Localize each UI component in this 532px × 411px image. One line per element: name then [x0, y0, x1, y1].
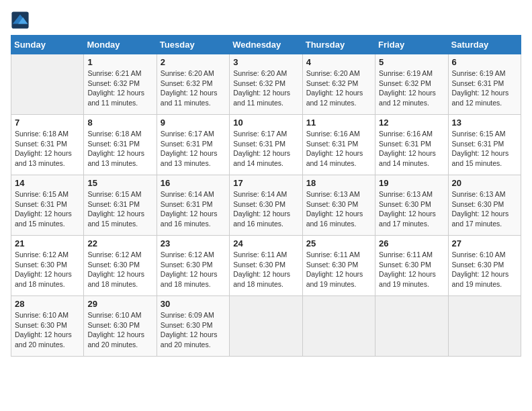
day-info: Sunrise: 6:13 AM Sunset: 6:30 PM Dayligh… [452, 189, 517, 229]
day-number: 11 [306, 118, 371, 128]
day-info: Sunrise: 6:14 AM Sunset: 6:31 PM Dayligh… [161, 189, 226, 229]
day-info: Sunrise: 6:18 AM Sunset: 6:31 PM Dayligh… [87, 129, 152, 169]
day-info: Sunrise: 6:11 AM Sunset: 6:30 PM Dayligh… [233, 250, 298, 289]
calendar-cell: 28Sunrise: 6:10 AM Sunset: 6:30 PM Dayli… [11, 296, 84, 357]
calendar-cell: 16Sunrise: 6:14 AM Sunset: 6:31 PM Dayli… [157, 175, 229, 236]
day-info: Sunrise: 6:15 AM Sunset: 6:31 PM Dayligh… [15, 189, 80, 229]
day-number: 17 [233, 178, 298, 188]
day-info: Sunrise: 6:13 AM Sunset: 6:30 PM Dayligh… [379, 189, 444, 229]
calendar-cell: 3Sunrise: 6:20 AM Sunset: 6:32 PM Daylig… [230, 54, 302, 115]
day-info: Sunrise: 6:12 AM Sunset: 6:30 PM Dayligh… [161, 250, 226, 289]
calendar-cell: 11Sunrise: 6:16 AM Sunset: 6:31 PM Dayli… [302, 115, 375, 175]
day-number: 22 [87, 238, 152, 248]
week-row-1: 1Sunrise: 6:21 AM Sunset: 6:32 PM Daylig… [11, 54, 521, 115]
column-header-sunday: Sunday [11, 36, 84, 54]
calendar-cell: 20Sunrise: 6:13 AM Sunset: 6:30 PM Dayli… [448, 175, 521, 236]
day-info: Sunrise: 6:18 AM Sunset: 6:31 PM Dayligh… [15, 129, 80, 169]
calendar-cell: 19Sunrise: 6:13 AM Sunset: 6:30 PM Dayli… [375, 175, 448, 236]
calendar-cell: 7Sunrise: 6:18 AM Sunset: 6:31 PM Daylig… [11, 115, 84, 175]
calendar-cell: 29Sunrise: 6:10 AM Sunset: 6:30 PM Dayli… [84, 296, 157, 357]
week-row-4: 21Sunrise: 6:12 AM Sunset: 6:30 PM Dayli… [11, 236, 521, 296]
day-number: 15 [87, 178, 152, 188]
day-info: Sunrise: 6:21 AM Sunset: 6:32 PM Dayligh… [87, 68, 152, 108]
calendar-cell [230, 296, 302, 357]
day-info: Sunrise: 6:11 AM Sunset: 6:30 PM Dayligh… [379, 250, 444, 289]
calendar-cell: 2Sunrise: 6:20 AM Sunset: 6:32 PM Daylig… [157, 54, 229, 115]
day-info: Sunrise: 6:19 AM Sunset: 6:31 PM Dayligh… [452, 68, 517, 108]
week-row-3: 14Sunrise: 6:15 AM Sunset: 6:31 PM Dayli… [11, 175, 521, 236]
column-header-tuesday: Tuesday [157, 36, 229, 54]
calendar-cell: 6Sunrise: 6:19 AM Sunset: 6:31 PM Daylig… [448, 54, 521, 115]
day-info: Sunrise: 6:15 AM Sunset: 6:31 PM Dayligh… [452, 129, 517, 169]
day-number: 25 [306, 238, 371, 248]
calendar-cell: 4Sunrise: 6:20 AM Sunset: 6:32 PM Daylig… [302, 54, 375, 115]
day-number: 30 [161, 299, 226, 309]
week-row-2: 7Sunrise: 6:18 AM Sunset: 6:31 PM Daylig… [11, 115, 521, 175]
calendar-cell: 17Sunrise: 6:14 AM Sunset: 6:30 PM Dayli… [230, 175, 302, 236]
day-number: 6 [452, 57, 517, 67]
calendar-cell: 8Sunrise: 6:18 AM Sunset: 6:31 PM Daylig… [84, 115, 157, 175]
column-header-thursday: Thursday [302, 36, 375, 54]
calendar-cell: 10Sunrise: 6:17 AM Sunset: 6:31 PM Dayli… [230, 115, 302, 175]
calendar-cell: 5Sunrise: 6:19 AM Sunset: 6:32 PM Daylig… [375, 54, 448, 115]
calendar-cell [448, 296, 521, 357]
day-info: Sunrise: 6:10 AM Sunset: 6:30 PM Dayligh… [15, 310, 80, 350]
day-info: Sunrise: 6:14 AM Sunset: 6:30 PM Dayligh… [233, 189, 298, 229]
day-number: 24 [233, 238, 298, 248]
calendar-cell: 12Sunrise: 6:16 AM Sunset: 6:31 PM Dayli… [375, 115, 448, 175]
column-header-saturday: Saturday [448, 36, 521, 54]
calendar-cell [375, 296, 448, 357]
day-info: Sunrise: 6:20 AM Sunset: 6:32 PM Dayligh… [161, 68, 226, 108]
day-number: 5 [379, 57, 444, 67]
calendar-cell: 24Sunrise: 6:11 AM Sunset: 6:30 PM Dayli… [230, 236, 302, 296]
day-info: Sunrise: 6:12 AM Sunset: 6:30 PM Dayligh… [87, 250, 152, 289]
day-number: 28 [15, 299, 80, 309]
day-info: Sunrise: 6:12 AM Sunset: 6:30 PM Dayligh… [15, 250, 80, 289]
day-info: Sunrise: 6:10 AM Sunset: 6:30 PM Dayligh… [87, 310, 152, 350]
day-number: 26 [379, 238, 444, 248]
column-header-monday: Monday [84, 36, 157, 54]
day-number: 20 [452, 178, 517, 188]
day-info: Sunrise: 6:17 AM Sunset: 6:31 PM Dayligh… [233, 129, 298, 169]
day-info: Sunrise: 6:16 AM Sunset: 6:31 PM Dayligh… [379, 129, 444, 169]
day-number: 23 [161, 238, 226, 248]
logo-icon [11, 11, 30, 30]
calendar-table: SundayMondayTuesdayWednesdayThursdayFrid… [11, 35, 521, 357]
day-info: Sunrise: 6:16 AM Sunset: 6:31 PM Dayligh… [306, 129, 371, 169]
day-number: 8 [87, 118, 152, 128]
day-info: Sunrise: 6:15 AM Sunset: 6:31 PM Dayligh… [87, 189, 152, 229]
day-info: Sunrise: 6:11 AM Sunset: 6:30 PM Dayligh… [306, 250, 371, 289]
calendar-cell: 26Sunrise: 6:11 AM Sunset: 6:30 PM Dayli… [375, 236, 448, 296]
logo [11, 11, 31, 30]
calendar-cell: 18Sunrise: 6:13 AM Sunset: 6:30 PM Dayli… [302, 175, 375, 236]
day-info: Sunrise: 6:09 AM Sunset: 6:30 PM Dayligh… [161, 310, 226, 350]
calendar-cell: 14Sunrise: 6:15 AM Sunset: 6:31 PM Dayli… [11, 175, 84, 236]
day-number: 19 [379, 178, 444, 188]
calendar-cell [11, 54, 84, 115]
day-info: Sunrise: 6:20 AM Sunset: 6:32 PM Dayligh… [233, 68, 298, 108]
day-number: 13 [452, 118, 517, 128]
column-header-friday: Friday [375, 36, 448, 54]
calendar-cell: 23Sunrise: 6:12 AM Sunset: 6:30 PM Dayli… [157, 236, 229, 296]
day-number: 9 [161, 118, 226, 128]
day-number: 27 [452, 238, 517, 248]
calendar-cell: 27Sunrise: 6:10 AM Sunset: 6:30 PM Dayli… [448, 236, 521, 296]
day-number: 12 [379, 118, 444, 128]
calendar-cell: 25Sunrise: 6:11 AM Sunset: 6:30 PM Dayli… [302, 236, 375, 296]
calendar-cell: 30Sunrise: 6:09 AM Sunset: 6:30 PM Dayli… [157, 296, 229, 357]
calendar-cell: 13Sunrise: 6:15 AM Sunset: 6:31 PM Dayli… [448, 115, 521, 175]
day-info: Sunrise: 6:19 AM Sunset: 6:32 PM Dayligh… [379, 68, 444, 108]
page-header [11, 11, 521, 30]
day-info: Sunrise: 6:10 AM Sunset: 6:30 PM Dayligh… [452, 250, 517, 289]
day-number: 4 [306, 57, 371, 67]
day-number: 2 [161, 57, 226, 67]
calendar-cell: 9Sunrise: 6:17 AM Sunset: 6:31 PM Daylig… [157, 115, 229, 175]
day-info: Sunrise: 6:17 AM Sunset: 6:31 PM Dayligh… [161, 129, 226, 169]
calendar-cell: 1Sunrise: 6:21 AM Sunset: 6:32 PM Daylig… [84, 54, 157, 115]
calendar-cell: 22Sunrise: 6:12 AM Sunset: 6:30 PM Dayli… [84, 236, 157, 296]
calendar-cell: 15Sunrise: 6:15 AM Sunset: 6:31 PM Dayli… [84, 175, 157, 236]
calendar-header-row: SundayMondayTuesdayWednesdayThursdayFrid… [11, 36, 521, 54]
day-number: 3 [233, 57, 298, 67]
day-number: 1 [87, 57, 152, 67]
column-header-wednesday: Wednesday [230, 36, 302, 54]
